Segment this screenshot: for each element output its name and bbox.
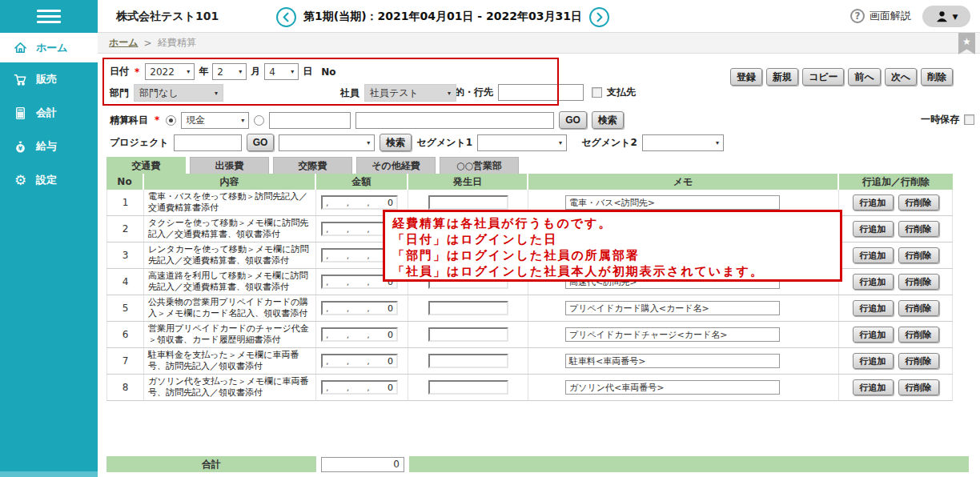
memo-input[interactable]: ガソリン代<車両番号> — [565, 380, 780, 395]
segment2-select[interactable]: ▾ — [642, 134, 724, 151]
chevron-right-icon — [593, 11, 605, 23]
row-description: 高速道路を利用して移動＞メモ欄に訪問先記入／交通費精算書、領収書添付 — [144, 269, 316, 295]
breadcrumb-separator: > — [144, 38, 152, 49]
screen-help-button[interactable]: ? 画面解説 — [850, 9, 911, 23]
menu-button[interactable] — [0, 0, 98, 33]
col-memo: メモ — [528, 174, 839, 190]
project-select[interactable]: ▾ — [279, 134, 375, 151]
caret-down-icon: ▾ — [559, 139, 562, 146]
memo-input[interactable]: プリペイドカード購入<カード名> — [565, 301, 780, 315]
row-add-button[interactable]: 行追加 — [853, 327, 894, 343]
row-add-button[interactable]: 行追加 — [853, 353, 894, 369]
row-number: 2 — [106, 216, 144, 242]
row-delete-button[interactable]: 行削除 — [898, 353, 939, 369]
annotation-line: 「社員」はログインした社員本人が初期表示されています。 — [392, 264, 833, 280]
row-add-button[interactable]: 行追加 — [853, 194, 894, 210]
occur-date-input[interactable] — [428, 327, 508, 342]
occur-date-input[interactable] — [428, 380, 508, 395]
sidebar-item-sales[interactable]: 販売 — [0, 62, 98, 96]
chevron-left-icon — [280, 11, 292, 23]
department-select[interactable]: 部門なし▾ — [134, 84, 223, 102]
day-select[interactable]: 4▾ — [264, 63, 299, 80]
project-row: プロジェクト GO ▾ 検索 セグメント1 ▾ セグメント2 ▾ — [110, 134, 724, 151]
row-description: ガソリン代を支払った＞メモ欄に車両番号、訪問先記入／領収書添付 — [144, 375, 316, 400]
new-button[interactable]: 新規 — [766, 68, 798, 86]
temp-save-checkbox[interactable] — [964, 114, 974, 125]
year-select[interactable]: 2022▾ — [145, 63, 195, 80]
segment1-select[interactable]: ▾ — [477, 134, 567, 151]
prev-button[interactable]: 前へ — [848, 68, 880, 86]
account-go-button[interactable]: GO — [559, 111, 587, 129]
money-bag-icon: ¥ — [13, 139, 28, 154]
amount-input[interactable]: ,,,0 — [321, 301, 398, 315]
register-button[interactable]: 登録 — [730, 68, 762, 86]
copy-button[interactable]: コピー — [802, 68, 845, 86]
row-add-button[interactable]: 行追加 — [853, 379, 894, 395]
row-delete-button[interactable]: 行削除 — [898, 274, 939, 290]
month-select[interactable]: 2▾ — [212, 63, 247, 80]
tab-business-trip[interactable]: 出張費 — [190, 157, 269, 174]
tab-other[interactable]: その他経費 — [356, 157, 436, 174]
sidebar-item-label: 給与 — [36, 139, 57, 154]
prev-period-button[interactable] — [276, 7, 296, 27]
sidebar-nav: ホーム 販売 会計 ¥ 給与 ⚙ 設定 — [0, 33, 98, 477]
memo-input[interactable]: 駐車料<車両番号> — [565, 354, 780, 368]
purpose-input[interactable] — [498, 84, 584, 101]
sidebar-item-label: 設定 — [36, 173, 57, 187]
caret-down-icon: ▾ — [291, 68, 294, 75]
account-select[interactable]: 現金▾ — [181, 112, 249, 129]
project-search-button[interactable]: 検索 — [380, 134, 412, 151]
table-row: 5 公共乗物の営業用プリペイドカードの購入＞メモ欄にカード名記入、領収書添付 ,… — [106, 295, 953, 322]
tab-sales-dept[interactable]: ○○営業部 — [440, 157, 519, 174]
project-go-button[interactable]: GO — [247, 134, 275, 151]
row-delete-button[interactable]: 行削除 — [898, 379, 939, 395]
amount-input[interactable]: ,,,0 — [321, 195, 398, 210]
amount-input[interactable]: ,,,0 — [321, 327, 398, 342]
tab-entertainment[interactable]: 交際費 — [273, 157, 352, 174]
account-search-button[interactable]: 検索 — [592, 111, 624, 129]
row-delete-button[interactable]: 行削除 — [898, 221, 939, 237]
account-label: 精算科目 — [110, 114, 148, 127]
account-radio-alt[interactable] — [254, 115, 264, 126]
row-add-button[interactable]: 行追加 — [853, 247, 894, 263]
total-label: 合計 — [106, 456, 316, 472]
occur-date-input[interactable] — [428, 354, 508, 368]
account-code-input[interactable] — [269, 112, 351, 129]
row-delete-button[interactable]: 行削除 — [898, 327, 939, 343]
account-radio-selected[interactable] — [166, 115, 176, 126]
user-menu-button[interactable]: ▼ — [922, 6, 970, 27]
occur-date-input[interactable] — [428, 301, 508, 315]
memo-input[interactable]: プリペイドカードチャージ<カード名> — [565, 327, 780, 342]
month-unit: 月 — [251, 65, 260, 78]
row-description: 営業用プリペイドカードのチャージ代金＞領収書、カード履歴明細書添付 — [144, 322, 316, 347]
row-add-button[interactable]: 行追加 — [853, 221, 894, 237]
row-add-button[interactable]: 行追加 — [853, 300, 894, 316]
amount-input[interactable]: ,,,0 — [321, 380, 398, 395]
account-name-input[interactable] — [355, 112, 554, 129]
tab-transport[interactable]: 交通費 — [106, 157, 186, 174]
sidebar-item-accounting[interactable]: 会計 — [0, 96, 98, 130]
row-add-button[interactable]: 行追加 — [853, 274, 894, 290]
occur-date-input[interactable] — [428, 195, 508, 210]
table-row: 6 営業用プリペイドカードのチャージ代金＞領収書、カード履歴明細書添付 ,,,0… — [106, 322, 953, 348]
row-delete-button[interactable]: 行削除 — [898, 300, 939, 316]
payee-checkbox[interactable] — [592, 87, 602, 98]
employee-select[interactable]: 社員テスト▾ — [364, 84, 456, 102]
project-code-input[interactable] — [174, 134, 242, 151]
sidebar-item-home[interactable]: ホーム — [0, 33, 98, 62]
memo-input[interactable]: 電車・バス<訪問先> — [565, 195, 780, 210]
total-amount-input[interactable]: 0 — [321, 457, 404, 472]
sidebar-item-settings[interactable]: ⚙ 設定 — [0, 163, 98, 197]
next-button[interactable]: 次へ — [885, 68, 917, 86]
required-mark: * — [135, 66, 139, 78]
row-delete-button[interactable]: 行削除 — [898, 247, 939, 263]
annotation-line: 経費精算は各社員が行うものです。 — [392, 216, 833, 232]
annotation-note: 経費精算は各社員が行うものです。 「日付」はログインした日 「部門」はログインし… — [383, 210, 842, 282]
row-delete-button[interactable]: 行削除 — [898, 194, 939, 210]
amount-input[interactable]: ,,,0 — [321, 354, 398, 368]
breadcrumb-home-link[interactable]: ホーム — [109, 36, 139, 50]
caret-down-icon: ▾ — [716, 139, 719, 146]
delete-button[interactable]: 削除 — [921, 68, 953, 86]
next-period-button[interactable] — [589, 7, 609, 27]
sidebar-item-payroll[interactable]: ¥ 給与 — [0, 130, 98, 163]
